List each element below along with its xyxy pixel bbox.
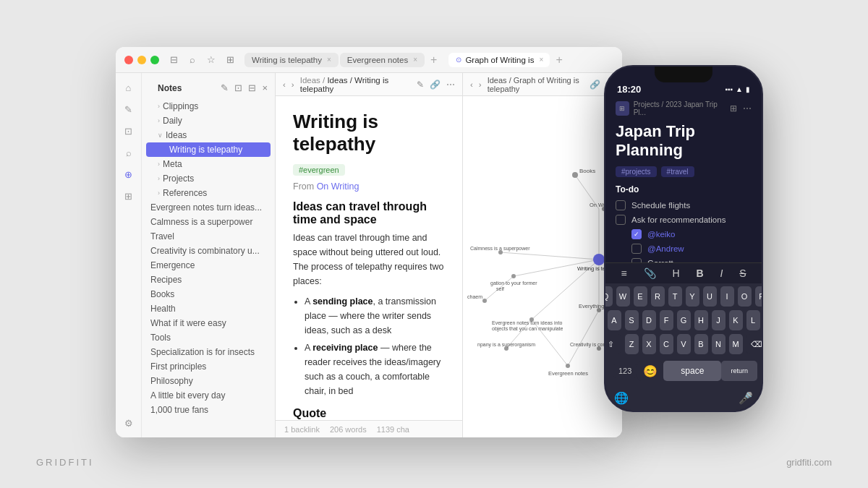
layout-icon[interactable]: ⊞ (224, 54, 236, 66)
key-x[interactable]: X (642, 334, 656, 354)
key-z[interactable]: Z (625, 334, 639, 354)
sidebar-edit-icon[interactable]: ✎ (221, 82, 229, 93)
sidebar-item-philosophy[interactable]: Philosophy (142, 374, 275, 388)
sidebar-folder-icon[interactable]: ⊡ (234, 82, 242, 93)
tab-graph-close[interactable]: × (539, 56, 543, 64)
sidebar-toggle-icon[interactable]: ⊟ (168, 54, 179, 66)
iphone-dots-icon[interactable]: ⋯ (743, 103, 752, 114)
graph-forward-arrow[interactable]: › (479, 80, 482, 89)
edit-icon[interactable]: ✎ (417, 80, 424, 90)
sidebar-item-little-bit[interactable]: A little bit every day (142, 388, 275, 403)
mic-icon[interactable]: 🎤 (739, 391, 753, 405)
key-emoji[interactable]: 😊 (637, 361, 663, 381)
todo-item-andrew[interactable]: @Andrew (616, 244, 752, 254)
key-t[interactable]: T (668, 286, 682, 307)
key-v[interactable]: V (677, 334, 691, 354)
back-arrow[interactable]: ‹ (283, 80, 286, 89)
key-f[interactable]: F (660, 310, 673, 330)
key-w[interactable]: W (616, 286, 630, 307)
sidebar-item-emergence[interactable]: Emergence (142, 258, 275, 273)
tab-writing-close[interactable]: × (327, 56, 331, 64)
key-space[interactable]: space (663, 361, 721, 381)
key-backspace[interactable]: ⌫ (746, 334, 764, 354)
key-g[interactable]: G (677, 310, 691, 330)
key-d[interactable]: D (642, 310, 656, 330)
key-123[interactable]: 123 (613, 364, 637, 378)
close-button[interactable] (124, 56, 133, 64)
key-y[interactable]: Y (686, 286, 699, 307)
sidebar-item-1000-fans[interactable]: 1,000 true fans (142, 403, 275, 417)
key-e[interactable]: E (634, 286, 647, 307)
key-u[interactable]: U (703, 286, 717, 307)
kb-bold-icon[interactable]: B (696, 267, 703, 279)
key-l[interactable]: L (746, 310, 760, 330)
todo-item-recommendations[interactable]: Ask for recommendations (616, 215, 752, 225)
nav-icon-settings[interactable]: ⚙ (120, 414, 137, 432)
sidebar-item-references[interactable]: › References (142, 186, 275, 200)
kb-strikethrough-icon[interactable]: S (739, 267, 746, 279)
todo-item-keiko[interactable]: @keiko (616, 229, 752, 239)
todo-item-flights[interactable]: Schedule flights (616, 200, 752, 210)
graph-link-icon[interactable]: 🔗 (590, 80, 600, 90)
sidebar-item-calmness[interactable]: Calmness is a superpower (142, 215, 275, 229)
key-h[interactable]: H (694, 310, 708, 330)
sidebar-item-clippings[interactable]: › Clippings (142, 99, 275, 114)
editor-body[interactable]: Writing is telepathy #evergreen From On … (276, 96, 462, 420)
link-icon[interactable]: 🔗 (430, 80, 441, 90)
tab-graph-add-button[interactable]: + (551, 53, 566, 67)
sidebar-sort-icon[interactable]: ⊟ (248, 82, 256, 93)
key-return[interactable]: return (721, 361, 757, 381)
tab-add-button[interactable]: + (426, 53, 441, 67)
backlink-count[interactable]: 1 backlink (284, 425, 320, 434)
iphone-tag-projects[interactable]: #projects (616, 166, 657, 177)
key-k[interactable]: K (729, 310, 743, 330)
sidebar-item-projects[interactable]: › Projects (142, 171, 275, 186)
sidebar-item-health[interactable]: Health (142, 301, 275, 316)
key-n[interactable]: N (712, 334, 726, 354)
key-c[interactable]: C (660, 334, 673, 354)
kb-attach-icon[interactable]: 📎 (644, 267, 656, 279)
sidebar-item-tools[interactable]: Tools (142, 330, 275, 345)
sidebar-close-icon[interactable]: × (262, 82, 268, 93)
sidebar-item-what-if[interactable]: What if it were easy (142, 316, 275, 330)
from-link[interactable]: On Writing (317, 181, 359, 192)
tab-writing[interactable]: Writing is telepathy × (244, 53, 339, 67)
nav-icon-edit[interactable]: ✎ (120, 100, 137, 118)
iphone-grid-icon[interactable]: ⊞ (730, 103, 737, 114)
sidebar-item-meta[interactable]: › Meta (142, 157, 275, 171)
nav-icon-search[interactable]: ⌕ (120, 144, 137, 161)
todo-checkbox[interactable] (631, 244, 642, 254)
nav-icon-files[interactable]: ⊡ (120, 122, 137, 140)
tab-graph[interactable]: ⊙ Graph of Writing is × (448, 53, 550, 67)
forward-arrow[interactable]: › (292, 80, 294, 89)
bookmark-icon[interactable]: ☆ (205, 54, 217, 66)
todo-checkbox[interactable] (616, 200, 626, 210)
sidebar-item-travel[interactable]: Travel (142, 229, 275, 244)
tab-evergreen-close[interactable]: × (413, 56, 417, 64)
key-o[interactable]: O (738, 286, 752, 307)
key-shift[interactable]: ⇧ (604, 334, 621, 354)
key-j[interactable]: J (712, 310, 726, 330)
graph-back-arrow[interactable]: ‹ (470, 80, 473, 89)
sidebar-item-books[interactable]: Books (142, 287, 275, 301)
key-m[interactable]: M (729, 334, 743, 354)
nav-icon-home[interactable]: ⌂ (120, 79, 137, 96)
iphone-tag-travel[interactable]: #travel (661, 166, 694, 177)
sidebar-item-specialization[interactable]: Specialization is for insects (142, 345, 275, 359)
nav-icon-graph[interactable]: ⊕ (120, 166, 137, 183)
maximize-button[interactable] (150, 56, 159, 64)
sidebar-item-recipes[interactable]: Recipes (142, 273, 275, 287)
sidebar-item-daily[interactable]: › Daily (142, 114, 275, 128)
sidebar-item-evergreen-notes[interactable]: Evergreen notes turn ideas... (142, 200, 275, 215)
graph-body[interactable]: Books On Writing Calmness is a superpowe… (463, 96, 622, 437)
key-a[interactable]: A (608, 310, 621, 330)
kb-heading-icon[interactable]: H (672, 267, 679, 279)
sidebar-item-creativity[interactable]: Creativity is combinatory u... (142, 244, 275, 258)
search-icon[interactable]: ⌕ (187, 54, 198, 66)
sidebar-item-ideas[interactable]: ∨ Ideas (142, 128, 275, 142)
kb-list-icon[interactable]: ≡ (621, 267, 626, 279)
todo-checkbox[interactable] (616, 215, 626, 225)
tab-evergreen[interactable]: Evergreen notes × (340, 53, 425, 67)
key-s[interactable]: S (625, 310, 639, 330)
sidebar-item-writing-telepathy[interactable]: Writing is telepathy (146, 142, 271, 157)
